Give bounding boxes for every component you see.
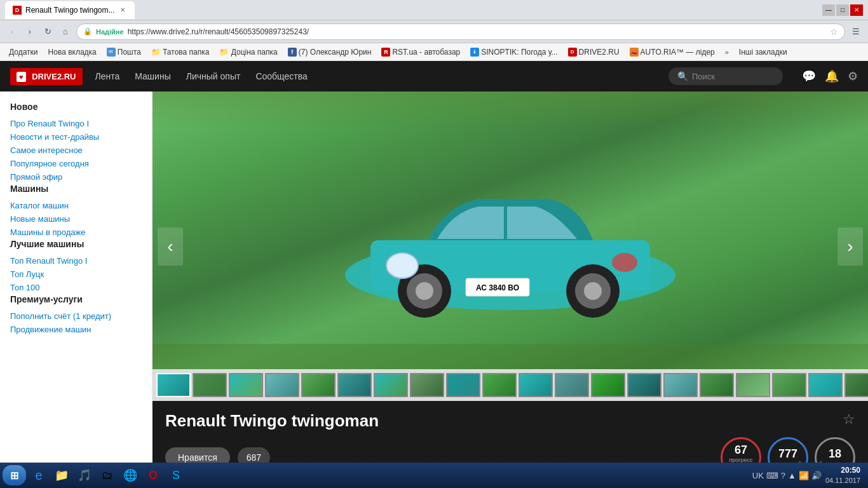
close-button[interactable]: ✕ (850, 4, 863, 16)
svg-point-11 (612, 253, 637, 272)
thumbnail-3[interactable] (229, 373, 263, 397)
taskbar-files-icon[interactable]: 🗂 (97, 465, 118, 485)
sidebar-section-title-premium: Премиум-услуги (10, 294, 142, 304)
stat-journal-value: 18 (829, 448, 841, 461)
address-box[interactable]: 🔒 Надійне https://www.drive2.ru/r/renaul… (76, 24, 845, 40)
browser-tab[interactable]: D Renault Twingo twingom... ✕ (5, 1, 135, 19)
sidebar-link-pro-renault[interactable]: Про Renault Twingo I (10, 117, 142, 130)
search-placeholder: Поиск (692, 72, 715, 81)
bookmark-інші[interactable]: Інші закладки (735, 46, 791, 58)
like-label: Нравится (178, 452, 217, 463)
gallery-prev-button[interactable]: ‹ (158, 227, 183, 266)
home-button[interactable]: ⌂ (58, 25, 72, 39)
back-button[interactable]: ‹ (5, 25, 19, 39)
thumbnail-16[interactable] (700, 373, 734, 397)
bookmark-нова-вкладка[interactable]: Нова вкладка (44, 46, 100, 58)
site-logo[interactable]: ♥ DRIVE2.RU (10, 68, 83, 85)
minimize-button[interactable]: — (822, 4, 835, 16)
settings-button[interactable]: ☰ (849, 25, 863, 39)
thumbnail-12[interactable] (555, 373, 589, 397)
autoria-icon: 🚗 (630, 48, 639, 57)
sidebar-link-populyarnoe[interactable]: Популярное сегодня (10, 157, 142, 170)
nav-lenta[interactable]: Лента (95, 71, 120, 81)
thumbnail-5[interactable] (301, 373, 336, 397)
thumbnail-2[interactable] (193, 373, 227, 397)
forward-button[interactable]: › (23, 25, 37, 39)
sidebar-link-efir[interactable]: Прямой эфир (10, 170, 142, 184)
bookmark-sinoptik[interactable]: 🌡 SINOPTIK: Погода у... (466, 46, 561, 58)
sidebar-link-prodazha[interactable]: Машины в продаже (10, 226, 142, 239)
sidebar-section-title-mashiny: Машины (10, 184, 142, 194)
taskbar-ie-icon[interactable]: e (29, 465, 49, 485)
thumbnail-19[interactable] (808, 373, 843, 397)
taskbar: ⊞ e 📁 🎵 🗂 🌐 O S UK ⌨ ? ▲ 📶 🔊 20:50 04.11… (0, 463, 868, 488)
bookmark-додатки[interactable]: Додатки (5, 46, 42, 58)
browser-titlebar: D Renault Twingo twingom... ✕ — □ ✕ (0, 0, 868, 20)
thumbnail-7[interactable] (374, 373, 408, 397)
thumbnail-17[interactable] (736, 373, 770, 397)
svg-point-7 (584, 282, 602, 300)
notifications-icon[interactable]: 🔔 (825, 69, 839, 83)
bookmark-доціна[interactable]: 📁 Доціна папка (215, 46, 281, 58)
bookmark-star-icon[interactable]: ☆ (830, 27, 838, 37)
bookmark-autoria[interactable]: 🚗 AUTO.RIA™ — лідер (626, 46, 719, 58)
bookmark-rst[interactable]: R RST.ua - автобазар (377, 46, 464, 58)
sidebar-link-top-renault[interactable]: Топ Renault Twingo I (10, 254, 142, 268)
thumbnail-11[interactable] (519, 373, 553, 397)
thumbnail-1[interactable] (156, 373, 191, 397)
more-bookmarks-button[interactable]: » (721, 47, 733, 57)
taskbar-opera-icon[interactable]: O (143, 465, 163, 485)
sidebar: Новое Про Renault Twingo I Новости и тес… (0, 92, 153, 488)
car-title: Renault Twingo twingoman (165, 411, 843, 431)
messages-icon[interactable]: 💬 (802, 69, 816, 83)
thumbnail-9[interactable] (446, 373, 480, 397)
bookmark-татова[interactable]: 📁 Татова папка (147, 46, 214, 58)
sidebar-link-prodvizhenie[interactable]: Продвижение машин (10, 323, 142, 336)
thumbnail-4[interactable] (265, 373, 299, 397)
bookmark-пошта[interactable]: ✉ Пошта (103, 46, 145, 58)
tab-title: Renault Twingo twingom... (25, 6, 114, 15)
mail-icon: ✉ (107, 48, 116, 57)
time-display: 20:50 (825, 465, 860, 476)
sidebar-link-top-100[interactable]: Топ 100 (10, 281, 142, 294)
sidebar-link-novosti[interactable]: Новости и тест-драйвы (10, 130, 142, 144)
settings-gear-icon[interactable]: ⚙ (848, 69, 858, 83)
keyboard-icon: ⌨ (766, 471, 778, 480)
sidebar-link-interesnoe[interactable]: Самое интересное (10, 144, 142, 157)
taskbar-media-icon[interactable]: 🎵 (74, 465, 95, 485)
thumbnail-10[interactable] (482, 373, 517, 397)
sidebar-link-katalog[interactable]: Каталог машин (10, 199, 142, 212)
tab-close-button[interactable]: ✕ (118, 6, 127, 15)
thumbnail-13[interactable] (591, 373, 625, 397)
maximize-button[interactable]: □ (836, 4, 849, 16)
address-text[interactable]: https://www.drive2.ru/r/renault/45605350… (128, 27, 826, 36)
nav-soobshchestva[interactable]: Сообщества (255, 71, 307, 81)
sidebar-section-luchshie: Лучшие машины Топ Renault Twingo I Топ Л… (10, 239, 142, 294)
thumbnail-15[interactable] (663, 373, 698, 397)
bookmark-drive2[interactable]: D DRIVE2.RU (564, 46, 623, 58)
nav-mashiny[interactable]: Машины (135, 71, 170, 81)
nav-lichny-opyt[interactable]: Личный опыт (186, 71, 241, 81)
thumbnail-20[interactable] (844, 373, 868, 397)
favorite-star-icon[interactable]: ☆ (843, 411, 855, 428)
gallery-next-button[interactable]: › (837, 227, 863, 266)
thumbnail-14[interactable] (627, 373, 661, 397)
thumbnail-6[interactable] (337, 373, 372, 397)
sidebar-link-popolnit[interactable]: Пополнить счёт (1 кредит) (10, 309, 142, 323)
search-box[interactable]: 🔍 Поиск (668, 67, 783, 85)
start-button[interactable]: ⊞ (3, 465, 26, 485)
refresh-button[interactable]: ↻ (41, 25, 55, 39)
stat-progress-value: 67 (735, 444, 747, 457)
thumbnail-8[interactable] (410, 373, 444, 397)
taskbar-skype-icon[interactable]: S (166, 465, 186, 485)
svg-point-10 (386, 253, 418, 278)
taskbar-explorer-icon[interactable]: 📁 (51, 465, 72, 485)
sidebar-link-top-lutsk[interactable]: Топ Луцк (10, 268, 142, 281)
bookmark-facebook[interactable]: f (7) Олександр Юрин (284, 46, 376, 58)
main-car-image: АС 3840 ВО (153, 92, 868, 369)
taskbar-chrome-icon[interactable]: 🌐 (120, 465, 140, 485)
site-header: ♥ DRIVE2.RU Лента Машины Личный опыт Соо… (0, 61, 868, 92)
site-nav: Лента Машины Личный опыт Сообщества (95, 71, 308, 81)
sidebar-link-novye[interactable]: Новые машины (10, 212, 142, 226)
thumbnail-18[interactable] (772, 373, 806, 397)
